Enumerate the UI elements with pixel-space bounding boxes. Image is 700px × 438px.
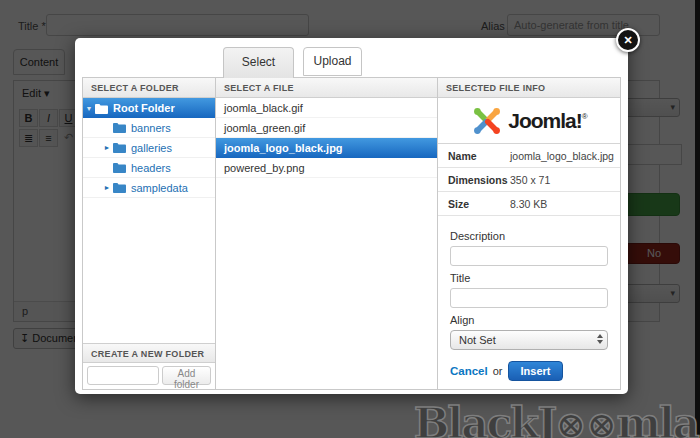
description-label: Description [450, 230, 608, 242]
file-item-joomla-logo-black-jpg[interactable]: joomla_logo_black.jpg [216, 138, 437, 158]
joomla-logo-text: Joomla!® [508, 109, 586, 133]
insert-button[interactable]: Insert [508, 361, 564, 381]
file-panel: SELECT A FILE joomla_black.gif joomla_gr… [216, 78, 438, 389]
tab-upload[interactable]: Upload [303, 47, 362, 76]
file-item-joomla-green-gif[interactable]: joomla_green.gif [216, 118, 437, 138]
align-label: Align [450, 314, 608, 326]
file-preview: Joomla!® [438, 98, 620, 144]
joomla-o-icon: ⊗ [555, 403, 586, 438]
folder-open-icon [95, 103, 109, 114]
joomla-o-icon: ⊗ [586, 403, 617, 438]
cancel-link[interactable]: Cancel [450, 365, 488, 377]
expander-collapsed-icon[interactable]: ► [101, 144, 113, 151]
expander-collapsed-icon[interactable]: ► [101, 184, 113, 191]
file-item-powered-by-png[interactable]: powered_by.png [216, 158, 437, 178]
folder-item-headers[interactable]: headers [83, 158, 215, 178]
folder-item-root-folder[interactable]: ▼ Root Folder [83, 98, 215, 118]
align-selected-value: Not Set [459, 334, 496, 346]
or-text: or [493, 365, 503, 377]
modal-actions: Cancel or Insert [450, 361, 608, 381]
selected-file-info-panel: SELECTED FILE INFO [438, 78, 620, 389]
modal-panels: SELECT A FOLDER ▼ Root Folder [82, 77, 621, 390]
folder-item-banners[interactable]: banners [83, 118, 215, 138]
folder-panel: SELECT A FOLDER ▼ Root Folder [83, 78, 216, 389]
tab-select[interactable]: Select [223, 47, 294, 78]
joomla-logo-icon [471, 105, 503, 137]
align-select[interactable]: Not Set [450, 330, 608, 350]
info-panel-header: SELECTED FILE INFO [438, 78, 620, 98]
folder-tree: ▼ Root Folder banners ► [83, 98, 215, 343]
description-input[interactable] [450, 246, 608, 266]
folder-icon [113, 122, 127, 133]
create-folder-row: Add folder [83, 363, 215, 389]
blackjoomla-watermark: BlackJ⊗⊗mla [414, 403, 698, 438]
file-panel-header: SELECT A FILE [216, 78, 437, 98]
new-folder-input[interactable] [87, 366, 159, 385]
media-select-modal: Select Upload SELECT A FOLDER ▼ Root Fol… [75, 38, 628, 394]
folder-icon [113, 182, 127, 193]
image-title-label: Title [450, 272, 608, 284]
image-title-input[interactable] [450, 288, 608, 308]
folder-icon [113, 162, 127, 173]
folder-panel-header: SELECT A FOLDER [83, 78, 215, 98]
info-row-dimensions: Dimensions 350 x 71 [438, 168, 620, 192]
folder-item-galleries[interactable]: ► galleries [83, 138, 215, 158]
registered-mark: ® [582, 112, 587, 121]
folder-icon [113, 142, 127, 153]
select-stepper-icon [597, 334, 603, 344]
create-folder-header: CREATE A NEW FOLDER [83, 343, 215, 363]
insert-options-form: Description Title Align Not Set Cancel o… [438, 216, 620, 381]
close-icon: ✕ [623, 34, 632, 46]
close-button[interactable]: ✕ [616, 28, 640, 52]
info-row-size: Size 8.30 KB [438, 192, 620, 216]
add-folder-button[interactable]: Add folder [162, 366, 211, 385]
folder-item-sampledata[interactable]: ► sampledata [83, 178, 215, 198]
expander-expanded-icon[interactable]: ▼ [83, 105, 95, 112]
file-item-joomla-black-gif[interactable]: joomla_black.gif [216, 98, 437, 118]
info-row-name: Name joomla_logo_black.jpg [438, 144, 620, 168]
screen: Title * Alias Content Edit ▾ B I U ≣ ≡ ↶… [0, 0, 700, 438]
